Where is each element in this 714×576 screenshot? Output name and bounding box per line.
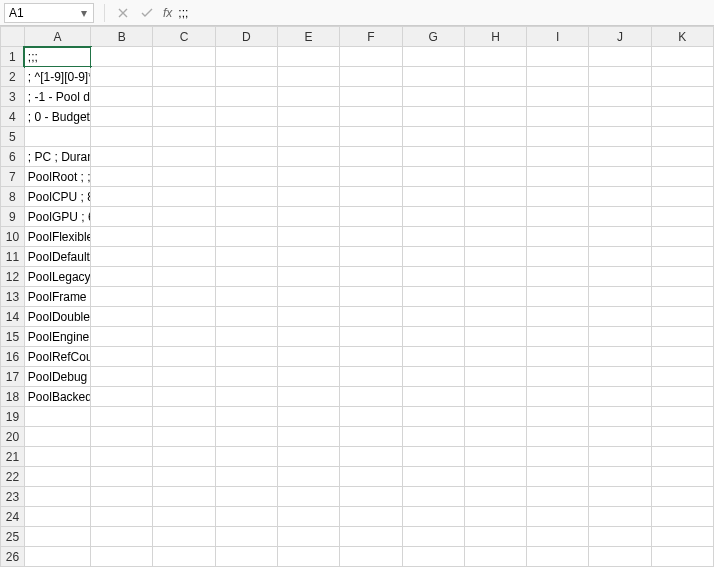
row-header-15[interactable]: 15 <box>1 327 25 347</box>
cell-E14[interactable] <box>277 307 339 327</box>
cell-J2[interactable] <box>589 67 651 87</box>
cell-F20[interactable] <box>340 427 402 447</box>
cell-B6[interactable] <box>91 147 153 167</box>
row-header-20[interactable]: 20 <box>1 427 25 447</box>
row-header-5[interactable]: 5 <box>1 127 25 147</box>
cell-H20[interactable] <box>464 427 526 447</box>
cell-J13[interactable] <box>589 287 651 307</box>
cell-K12[interactable] <box>651 267 713 287</box>
cell-C26[interactable] <box>153 547 215 567</box>
cell-B22[interactable] <box>91 467 153 487</box>
cell-H19[interactable] <box>464 407 526 427</box>
row-header-21[interactable]: 21 <box>1 447 25 467</box>
column-header-I[interactable]: I <box>527 27 589 47</box>
cell-K13[interactable] <box>651 287 713 307</box>
cell-G5[interactable] <box>402 127 464 147</box>
cell-H14[interactable] <box>464 307 526 327</box>
cell-C5[interactable] <box>153 127 215 147</box>
row-header-16[interactable]: 16 <box>1 347 25 367</box>
cell-K4[interactable] <box>651 107 713 127</box>
cell-G13[interactable] <box>402 287 464 307</box>
cell-G23[interactable] <box>402 487 464 507</box>
cell-C2[interactable] <box>153 67 215 87</box>
cell-J8[interactable] <box>589 187 651 207</box>
cell-D8[interactable] <box>215 187 277 207</box>
cell-I7[interactable] <box>527 167 589 187</box>
cell-J7[interactable] <box>589 167 651 187</box>
row-header-23[interactable]: 23 <box>1 487 25 507</box>
cell-F26[interactable] <box>340 547 402 567</box>
cell-E21[interactable] <box>277 447 339 467</box>
cell-E13[interactable] <box>277 287 339 307</box>
cell-G24[interactable] <box>402 507 464 527</box>
cell-A19[interactable] <box>24 407 90 427</box>
cell-C8[interactable] <box>153 187 215 207</box>
cell-B24[interactable] <box>91 507 153 527</box>
cell-E11[interactable] <box>277 247 339 267</box>
cell-H12[interactable] <box>464 267 526 287</box>
cell-C3[interactable] <box>153 87 215 107</box>
cell-A24[interactable] <box>24 507 90 527</box>
column-header-F[interactable]: F <box>340 27 402 47</box>
cell-D11[interactable] <box>215 247 277 267</box>
cell-A3[interactable]: ; -1 - Pool does not exist on the curren… <box>24 87 90 107</box>
cell-B3[interactable] <box>91 87 153 107</box>
cell-K16[interactable] <box>651 347 713 367</box>
cell-D25[interactable] <box>215 527 277 547</box>
cell-B13[interactable] <box>91 287 153 307</box>
cell-F5[interactable] <box>340 127 402 147</box>
cell-F12[interactable] <box>340 267 402 287</box>
cell-H1[interactable] <box>464 47 526 67</box>
cell-G22[interactable] <box>402 467 464 487</box>
cell-D20[interactable] <box>215 427 277 447</box>
cell-I4[interactable] <box>527 107 589 127</box>
cell-J20[interactable] <box>589 427 651 447</box>
cell-K24[interactable] <box>651 507 713 527</box>
cell-G21[interactable] <box>402 447 464 467</box>
row-header-6[interactable]: 6 <box>1 147 25 167</box>
cell-D17[interactable] <box>215 367 277 387</box>
cell-J21[interactable] <box>589 447 651 467</box>
cell-E20[interactable] <box>277 427 339 447</box>
cell-B26[interactable] <box>91 547 153 567</box>
cell-C22[interactable] <box>153 467 215 487</box>
cell-A22[interactable] <box>24 467 90 487</box>
cell-K3[interactable] <box>651 87 713 107</box>
cell-C17[interactable] <box>153 367 215 387</box>
cell-F11[interactable] <box>340 247 402 267</box>
cell-F24[interactable] <box>340 507 402 527</box>
cell-D24[interactable] <box>215 507 277 527</box>
cell-H22[interactable] <box>464 467 526 487</box>
row-header-26[interactable]: 26 <box>1 547 25 567</box>
cell-E5[interactable] <box>277 127 339 147</box>
cell-E16[interactable] <box>277 347 339 367</box>
chevron-down-icon[interactable]: ▾ <box>79 4 89 22</box>
cell-B15[interactable] <box>91 327 153 347</box>
cell-C9[interactable] <box>153 207 215 227</box>
cell-G26[interactable] <box>402 547 464 567</box>
row-header-13[interactable]: 13 <box>1 287 25 307</box>
cell-E19[interactable] <box>277 407 339 427</box>
cell-D7[interactable] <box>215 167 277 187</box>
cell-I6[interactable] <box>527 147 589 167</box>
cell-A2[interactable]: ; ^[1-9][0-9]*(B|KB|MB|GB) - Pool budget <box>24 67 90 87</box>
cell-F14[interactable] <box>340 307 402 327</box>
cell-F21[interactable] <box>340 447 402 467</box>
cell-C11[interactable] <box>153 247 215 267</box>
cell-I18[interactable] <box>527 387 589 407</box>
cell-B17[interactable] <box>91 367 153 387</box>
cell-E8[interactable] <box>277 187 339 207</box>
cell-J19[interactable] <box>589 407 651 427</box>
cell-G11[interactable] <box>402 247 464 267</box>
cell-J23[interactable] <box>589 487 651 507</box>
cell-G15[interactable] <box>402 327 464 347</box>
cell-I13[interactable] <box>527 287 589 307</box>
cell-D12[interactable] <box>215 267 277 287</box>
cell-J17[interactable] <box>589 367 651 387</box>
select-all-corner[interactable] <box>1 27 25 47</box>
fx-label[interactable]: fx <box>163 6 172 20</box>
cell-C12[interactable] <box>153 267 215 287</box>
cell-I3[interactable] <box>527 87 589 107</box>
cell-A11[interactable]: PoolDefault ; 1KB ; 1KB ; 1KB <box>24 247 90 267</box>
cell-B14[interactable] <box>91 307 153 327</box>
